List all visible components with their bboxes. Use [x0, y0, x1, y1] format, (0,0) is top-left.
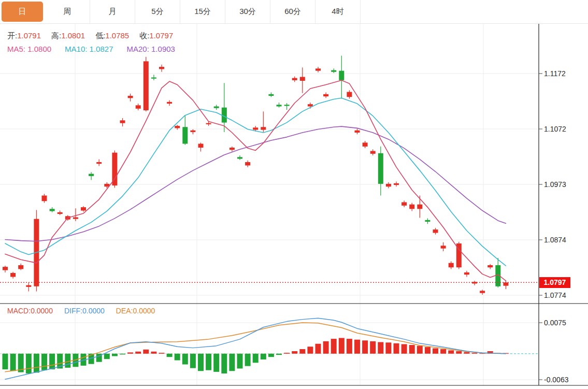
- candle-body: [120, 120, 125, 123]
- candle-body: [363, 142, 368, 147]
- macd-bar: [440, 349, 446, 354]
- macd-bar: [104, 354, 110, 359]
- candle-body: [159, 67, 164, 69]
- gridlines-layer: [0, 24, 539, 385]
- candle-body: [81, 207, 86, 210]
- candle-body: [401, 202, 407, 205]
- macd-legend: MACD:0.0000DIFF:0.0000DEA:0.0000: [7, 307, 155, 315]
- close-label: 收:: [139, 31, 149, 40]
- macd-bar: [221, 354, 227, 373]
- macd-bar: [370, 341, 376, 354]
- macd-bar: [323, 341, 329, 354]
- candle-body: [261, 127, 266, 129]
- macd-bar: [315, 344, 321, 354]
- candle-body: [386, 184, 391, 186]
- candle-body: [182, 127, 188, 143]
- period-tabbar: 日 周 月 5分 15分 30分 60分 4时: [0, 0, 588, 24]
- macd-bar: [448, 350, 454, 353]
- ma-legend: MA5: 1.0800MA10: 1.0827MA20: 1.0903: [7, 45, 175, 53]
- candle-body: [253, 127, 258, 129]
- macd-bar: [268, 354, 274, 357]
- macd-bar: [394, 343, 399, 354]
- macd-bar: [143, 350, 149, 354]
- macd-bar: [182, 354, 188, 365]
- macd-bar: [385, 342, 391, 354]
- last-price-tag: 1.0797: [539, 277, 570, 288]
- tabbar-filler: [361, 0, 588, 23]
- macd-bar: [198, 354, 204, 371]
- candle-body: [151, 78, 156, 79]
- tab-30min[interactable]: 30分: [225, 0, 270, 23]
- candle-body: [89, 174, 94, 176]
- macd-bar: [261, 354, 266, 359]
- candle-body: [167, 102, 172, 104]
- chart-canvas[interactable]: 1.11721.10721.09731.08741.07740.0075-0.0…: [0, 0, 588, 389]
- candle-body: [480, 291, 485, 293]
- macd-bar: [229, 354, 235, 371]
- macd-bar: [3, 354, 8, 369]
- macd-bar: [10, 354, 16, 371]
- macd-bar: [120, 354, 125, 355]
- candle-body: [128, 96, 133, 98]
- macd-bar: [190, 354, 196, 368]
- macd-bar: [401, 344, 407, 353]
- low-value: 1.0785: [105, 31, 129, 40]
- candle-body: [42, 196, 47, 201]
- macd-bar: [378, 342, 383, 353]
- macd-bar: [339, 338, 345, 353]
- macd-bar: [433, 348, 438, 353]
- candle-body: [323, 94, 328, 96]
- axis-tick-label: 1.1072: [544, 125, 566, 133]
- candle-body: [26, 285, 31, 287]
- tab-week[interactable]: 周: [45, 0, 90, 23]
- macd-bar: [409, 345, 415, 354]
- macd-bar: [206, 354, 211, 370]
- candle-body: [315, 68, 321, 70]
- macd-bar: [417, 346, 423, 354]
- axis-tick-label: 0.0075: [544, 319, 566, 327]
- candle-body: [433, 229, 438, 233]
- macd-bar: [276, 354, 282, 355]
- axis-tick-label: 1.0774: [544, 291, 566, 299]
- macd-bar: [292, 351, 297, 354]
- macd-bar: [237, 354, 243, 369]
- candle-body: [136, 105, 141, 108]
- tab-4hour[interactable]: 4时: [315, 0, 361, 23]
- open-value: 1.0791: [17, 31, 41, 40]
- tab-15min[interactable]: 15分: [180, 0, 225, 23]
- candle-body: [378, 153, 383, 184]
- candle-body: [409, 205, 414, 209]
- high-label: 高:: [51, 31, 61, 40]
- candle-body: [503, 282, 508, 285]
- macd-bar: [151, 352, 156, 354]
- price-axis: 1.11721.10721.09731.08741.07740.0075-0.0…: [539, 69, 569, 384]
- close-value: 1.0797: [149, 31, 173, 40]
- diff-value-label: DIFF:0.0000: [64, 307, 105, 315]
- candle-body: [237, 157, 242, 159]
- macd-bar: [112, 354, 118, 356]
- candle-body: [144, 61, 149, 110]
- candle-body: [292, 78, 297, 80]
- tab-5min[interactable]: 5分: [135, 0, 180, 23]
- tab-month[interactable]: 月: [90, 0, 135, 23]
- axis-tick-label: 1.0973: [544, 180, 566, 189]
- macd-histogram: [3, 338, 509, 373]
- candle-body: [425, 220, 430, 222]
- tab-60min[interactable]: 60分: [270, 0, 315, 23]
- macd-bar: [49, 354, 55, 369]
- axis-tick-label: -0.0063: [544, 376, 569, 384]
- candle-body: [206, 123, 211, 124]
- macd-bar: [127, 352, 133, 353]
- candle-body: [245, 162, 250, 165]
- diff-line: [5, 318, 506, 379]
- candle-body: [10, 273, 16, 277]
- candles-layer: [3, 56, 508, 295]
- candle-body: [96, 162, 102, 164]
- candle-body: [50, 209, 55, 211]
- macd-bar: [159, 353, 165, 354]
- ma5-legend: MA5: 1.0800: [7, 45, 51, 53]
- candle-body: [331, 70, 336, 72]
- candle-body: [18, 265, 23, 269]
- tab-day[interactable]: 日: [2, 2, 43, 22]
- macd-bar: [307, 347, 313, 354]
